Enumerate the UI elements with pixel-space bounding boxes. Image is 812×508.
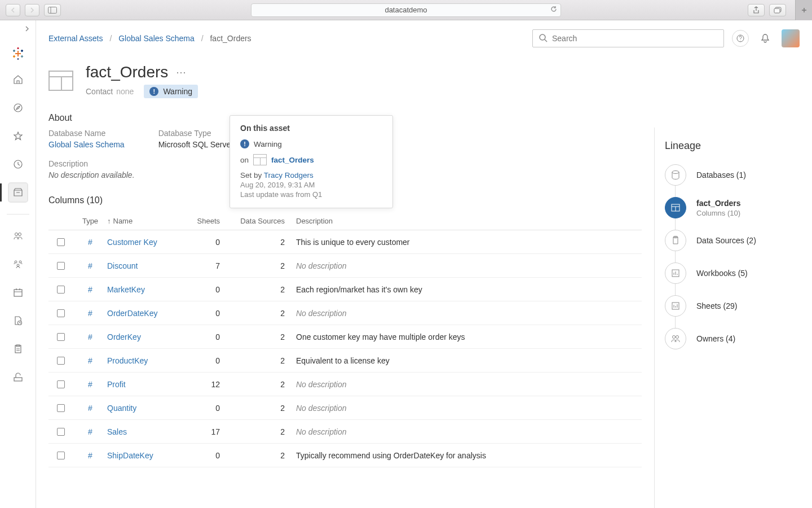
row-checkbox[interactable] [57, 428, 65, 436]
search-input[interactable] [532, 29, 724, 47]
lineage-item[interactable]: Data Sources (2) [665, 230, 802, 251]
svg-rect-15 [14, 378, 22, 381]
warning-chip[interactable]: ! Warning [144, 85, 198, 98]
lineage-title: Lineage [665, 140, 802, 152]
lineage-icon [665, 164, 686, 186]
db-type-label: Database Type [158, 129, 233, 138]
table-row: # Sales 17 2 No description [48, 420, 642, 444]
row-checkbox[interactable] [57, 333, 65, 341]
lineage-item[interactable]: Databases (1) [665, 164, 802, 186]
avatar[interactable] [782, 29, 800, 47]
column-name-link[interactable]: ProductKey [107, 356, 148, 365]
datasources-count: 2 [231, 309, 296, 318]
header-sheets[interactable]: Sheets [186, 217, 231, 225]
row-checkbox[interactable] [57, 309, 65, 317]
lineage-icon [665, 230, 686, 251]
column-description: One customer key may have multiple order… [296, 332, 642, 341]
lineage-icon [665, 328, 686, 349]
nav-tasks-icon[interactable] [9, 340, 27, 358]
nav-settings-icon[interactable] [9, 368, 27, 386]
column-description: Equivalent to a license key [296, 356, 642, 365]
nav-schedules-icon[interactable] [9, 283, 27, 301]
lineage-item[interactable]: Sheets (29) [665, 295, 802, 317]
row-checkbox[interactable] [57, 286, 65, 294]
column-name-link[interactable]: MarketKey [107, 285, 145, 294]
lineage-item[interactable]: fact_Orders Columns (10) [665, 197, 802, 218]
warning-icon: ! [240, 139, 249, 148]
sheets-count: 0 [186, 309, 231, 318]
header-type[interactable]: Type [73, 217, 107, 225]
column-name-link[interactable]: OrderDateKey [107, 309, 157, 318]
browser-forward-button[interactable] [25, 4, 39, 16]
table-row: # Profit 12 2 No description [48, 373, 642, 396]
datasources-count: 2 [231, 404, 296, 413]
column-name-link[interactable]: Profit [107, 380, 126, 389]
sheets-count: 0 [186, 404, 231, 413]
new-tab-button[interactable] [795, 0, 812, 20]
nav-explore-icon[interactable] [9, 99, 27, 117]
column-name-link[interactable]: Customer Key [107, 238, 157, 247]
popover-asset-link[interactable]: fact_Orders [271, 156, 314, 164]
column-name-link[interactable]: Discount [107, 261, 138, 270]
column-name-link[interactable]: Sales [107, 427, 127, 436]
row-checkbox[interactable] [57, 262, 65, 270]
breadcrumb-current: fact_Orders [210, 34, 251, 43]
nav-recents-icon[interactable] [9, 155, 27, 173]
row-checkbox[interactable] [57, 404, 65, 412]
search-field[interactable] [552, 34, 718, 43]
svg-point-6 [15, 233, 17, 236]
row-checkbox[interactable] [57, 238, 65, 246]
left-nav-rail [0, 20, 36, 508]
table-row: # ShipDateKey 0 2 Typically recommend us… [48, 444, 642, 467]
sheets-count: 0 [186, 451, 231, 460]
lineage-label: Workbooks (5) [696, 269, 748, 278]
browser-back-button[interactable] [6, 4, 20, 16]
nav-users-icon[interactable] [9, 227, 27, 245]
nav-external-assets-icon[interactable] [9, 183, 27, 202]
nav-home-icon[interactable] [9, 71, 27, 89]
breadcrumb-root[interactable]: External Assets [48, 34, 103, 43]
nav-jobs-icon[interactable] [9, 312, 27, 330]
notifications-button[interactable] [757, 30, 774, 47]
browser-sidebar-button[interactable] [44, 4, 61, 16]
more-actions-button[interactable]: ⋯ [176, 66, 187, 78]
refresh-icon[interactable] [550, 6, 557, 14]
row-checkbox[interactable] [57, 357, 65, 365]
nav-favorites-icon[interactable] [9, 127, 27, 145]
page-header: fact_Orders ⋯ Contact none ! Warning [48, 63, 642, 98]
popover-user-link[interactable]: Tracy Rodgers [264, 171, 314, 179]
lineage-sublabel: Columns (10) [696, 209, 741, 217]
number-type-icon: # [88, 238, 92, 247]
row-checkbox[interactable] [57, 380, 65, 388]
lineage-icon [665, 262, 686, 284]
lineage-icon [665, 197, 686, 218]
lineage-item[interactable]: Workbooks (5) [665, 262, 802, 284]
help-button[interactable] [732, 30, 749, 47]
header-description[interactable]: Description [296, 217, 642, 225]
breadcrumb-schema[interactable]: Global Sales Schema [118, 34, 195, 43]
share-button[interactable] [748, 4, 765, 16]
popover-setby-label: Set by [240, 171, 262, 179]
popover-warning-label: Warning [254, 140, 282, 148]
header-datasources[interactable]: Data Sources [231, 217, 296, 225]
row-checkbox[interactable] [57, 452, 65, 459]
popover-on-label: on [240, 156, 249, 164]
address-bar[interactable]: datacatdemo [251, 3, 561, 17]
datasources-count: 2 [231, 380, 296, 389]
db-name-link[interactable]: Global Sales Schema [48, 140, 125, 149]
header-name[interactable]: ↑Name [107, 217, 186, 225]
datasources-count: 2 [231, 285, 296, 294]
warning-label: Warning [163, 87, 192, 96]
column-name-link[interactable]: Quantity [107, 404, 136, 413]
rail-expand-button[interactable] [23, 25, 31, 34]
svg-point-10 [17, 264, 19, 266]
sheets-count: 0 [186, 332, 231, 341]
tableau-logo-icon[interactable] [11, 47, 25, 60]
nav-groups-icon[interactable] [9, 255, 27, 273]
tabs-button[interactable] [769, 4, 786, 16]
lineage-item[interactable]: Owners (4) [665, 328, 802, 349]
column-name-link[interactable]: ShipDateKey [107, 451, 153, 460]
sheets-count: 0 [186, 356, 231, 365]
column-name-link[interactable]: OrderKey [107, 332, 141, 341]
sheets-count: 0 [186, 238, 231, 247]
